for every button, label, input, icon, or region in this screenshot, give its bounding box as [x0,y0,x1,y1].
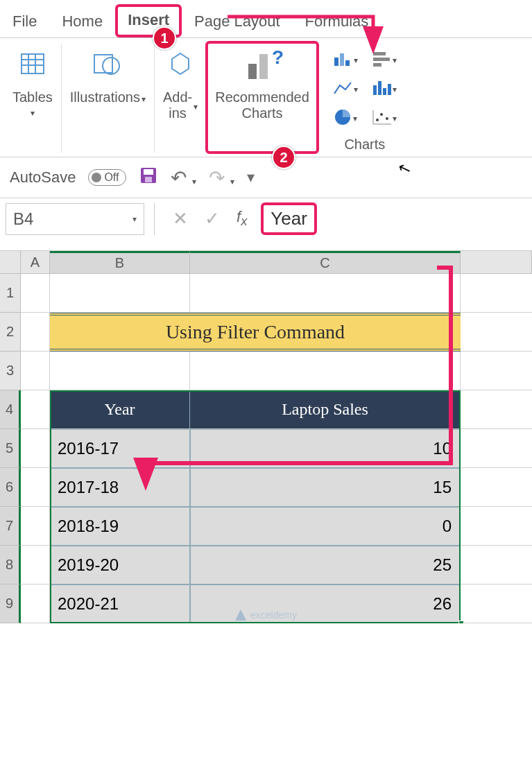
autosave-state: Off [104,171,119,184]
tab-file[interactable]: File [0,6,49,37]
tab-formulas[interactable]: Formulas [293,6,381,37]
svg-rect-8 [259,54,268,79]
svg-rect-15 [373,63,381,67]
row-header-9[interactable]: 9 [0,585,21,623]
row-header-7[interactable]: 7 [0,507,21,546]
group-tables[interactable]: Tables ▾ [4,44,62,153]
cancel-formula-button[interactable]: ✕ [164,208,196,230]
col-header-rest[interactable] [461,251,532,273]
cell-sales-0[interactable]: 10 [190,429,461,468]
autosave-toggle[interactable]: Off [88,169,126,186]
undo-button[interactable]: ↶ ▾ [171,166,196,189]
pie-chart-button[interactable]: ▾ [328,105,363,130]
header-year[interactable]: Year [50,390,190,429]
svg-rect-7 [248,64,257,79]
ribbon-tabs: File Home Insert Page Layout Formulas [0,0,532,38]
recommended-label: Recommended Charts [215,89,309,121]
row-header-4[interactable]: 4 [0,390,21,429]
formula-bar: B4 ▾ ✕ ✓ fx Year [0,198,532,251]
watermark-icon [235,609,246,621]
qat-customize-icon[interactable]: ▾ [247,168,255,187]
illustrations-label: Illustrations [70,89,140,105]
cell-sales-2[interactable]: 0 [190,507,461,546]
svg-rect-19 [388,84,391,95]
cell-year-0[interactable]: 2016-17 [50,429,190,468]
row-header-3[interactable]: 3 [0,352,21,390]
chevron-down-icon: ▾ [141,94,146,104]
col-header-a[interactable]: A [21,251,50,273]
svg-rect-0 [22,54,44,73]
row-header-2[interactable]: 2 [0,313,21,352]
svg-rect-14 [373,58,390,61]
cell-year-1[interactable]: 2017-18 [50,468,190,507]
annotation-badge-1: 1 [153,26,176,50]
svg-point-6 [103,58,119,74]
svg-point-23 [376,119,379,121]
formula-value[interactable]: Year [261,202,317,235]
annotation-badge-2: 2 [272,146,295,169]
svg-rect-16 [373,85,377,95]
svg-rect-18 [383,88,386,95]
save-icon[interactable] [139,166,158,189]
row-header-1[interactable]: 1 [0,274,21,313]
row-header-5[interactable]: 5 [0,429,21,468]
svg-text:?: ? [272,47,283,68]
fx-button[interactable]: fx [228,208,255,229]
addins-icon [167,44,194,85]
group-illustrations[interactable]: Illustrations ▾ [62,44,155,153]
name-box[interactable]: B4 ▾ [6,203,144,235]
charts-label: Charts [344,137,385,153]
cell-year-3[interactable]: 2019-20 [50,546,190,585]
tables-label: Tables [12,89,53,105]
column-headers: A B C [0,251,532,274]
cell-sales-1[interactable]: 15 [190,468,461,507]
select-all-corner[interactable] [0,251,21,273]
scatter-chart-button[interactable]: ▾ [367,105,402,130]
col-header-c[interactable]: C [190,251,461,273]
bar-chart-button[interactable]: ▾ [367,46,402,71]
group-charts: ▾ ▾ ▾ ▾ ▾ ▾ Charts [318,44,409,153]
svg-rect-12 [345,60,350,66]
tables-icon [19,44,46,85]
illustrations-icon [92,44,123,85]
line-chart-button[interactable]: ▾ [328,76,363,101]
row-headers: 1 2 3 4 5 6 7 8 9 [0,274,21,623]
ribbon-insert: Tables ▾ Illustrations ▾ Add- ins ▾ ? Re… [0,38,532,157]
cell-year-2[interactable]: 2018-19 [50,507,190,546]
row-header-8[interactable]: 8 [0,546,21,585]
svg-rect-13 [373,52,386,55]
chevron-down-icon: ▾ [194,102,198,112]
histogram-button[interactable]: ▾ [367,76,402,101]
cell-sales-3[interactable]: 25 [190,546,461,585]
col-header-b[interactable]: B [50,251,190,273]
group-recommended-charts[interactable]: ? Recommended Charts [207,44,318,153]
header-sales[interactable]: Laptop Sales [190,390,461,429]
tab-home[interactable]: Home [49,6,115,37]
addins-label: Add- ins [163,89,192,121]
svg-rect-11 [340,53,344,66]
quick-access-toolbar: AutoSave Off ↶ ▾ ↷ ▾ ▾ [0,157,532,198]
svg-rect-27 [144,169,153,175]
tab-page-layout[interactable]: Page Layout [182,6,293,37]
title-cell[interactable]: Using Filter Command [50,313,461,352]
autosave-label: AutoSave [10,168,76,187]
cell-grid[interactable]: Using Filter Command Year Laptop Sales 2… [21,274,532,623]
row-header-6[interactable]: 6 [0,468,21,507]
watermark-text: exceldemy [250,609,297,621]
watermark: exceldemy [235,609,297,621]
name-box-value: B4 [13,209,33,229]
enter-formula-button[interactable]: ✓ [196,208,228,230]
worksheet: A B C 1 2 3 4 5 6 7 8 9 Using Filter Com… [0,251,532,623]
cell-sales-4[interactable]: 26 [190,585,461,623]
redo-button[interactable]: ↷ ▾ [209,166,234,189]
chevron-down-icon: ▾ [31,108,35,118]
chevron-down-icon: ▾ [132,214,137,224]
group-addins[interactable]: Add- ins ▾ [155,44,207,153]
svg-rect-10 [334,58,338,66]
svg-rect-17 [378,81,381,95]
column-chart-button[interactable]: ▾ [328,46,363,71]
svg-point-25 [386,117,388,120]
cell-year-4[interactable]: 2020-21 [50,585,190,623]
svg-rect-28 [145,177,152,182]
recommended-charts-icon: ? [241,44,283,85]
